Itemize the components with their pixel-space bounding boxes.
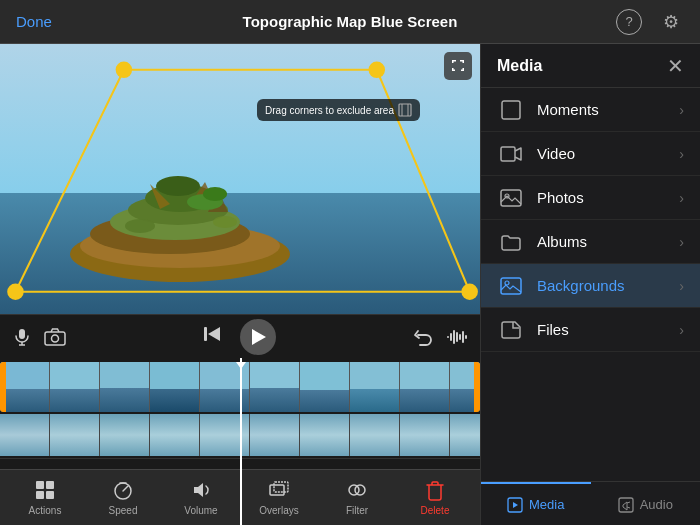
controls-left <box>12 327 66 347</box>
svg-rect-36 <box>36 481 44 489</box>
camera-icon <box>44 328 66 346</box>
media-item-albums[interactable]: Albums › <box>481 220 700 264</box>
svg-rect-49 <box>501 190 521 206</box>
help-icon[interactable]: ? <box>616 9 642 35</box>
video-icon <box>497 140 525 168</box>
svg-rect-25 <box>45 332 65 345</box>
island-visual <box>60 154 300 284</box>
media-tab-icon <box>507 497 523 513</box>
panel-title: Media <box>497 57 542 75</box>
skip-back-icon <box>202 324 224 344</box>
film-cell-9 <box>400 362 450 412</box>
svg-point-46 <box>355 485 365 495</box>
bs-cell-9 <box>400 414 450 456</box>
film-cell-5 <box>200 362 250 412</box>
settings-icon[interactable]: ⚙ <box>658 9 684 35</box>
actions-label: Actions <box>29 505 62 516</box>
film-cell-7 <box>300 362 350 412</box>
bs-cell-5 <box>200 414 250 456</box>
actions-icon <box>34 479 56 501</box>
film-cell-3 <box>100 362 150 412</box>
bs-cell-4 <box>150 414 200 456</box>
files-chevron: › <box>679 322 684 338</box>
files-label: Files <box>537 321 679 338</box>
bs-cell-1 <box>0 414 50 456</box>
done-button[interactable]: Done <box>16 13 52 30</box>
track-out-point <box>474 362 480 412</box>
main-content: Drag corners to exclude area <box>0 44 700 525</box>
expand-button[interactable] <box>444 52 472 80</box>
film-cell-4 <box>150 362 200 412</box>
film-cell-1 <box>0 362 50 412</box>
tab-media[interactable]: Media <box>481 482 591 525</box>
controls-bar <box>0 314 480 358</box>
svg-rect-22 <box>19 329 25 339</box>
audio-tab-icon <box>618 497 634 513</box>
drag-tooltip-text: Drag corners to exclude area <box>265 105 394 116</box>
filter-toolbar-item[interactable]: Filter <box>332 479 382 516</box>
media-item-files[interactable]: Files › <box>481 308 700 352</box>
svg-marker-28 <box>208 327 220 341</box>
photos-chevron: › <box>679 190 684 206</box>
overlays-toolbar-item[interactable]: Overlays <box>254 479 304 516</box>
play-button[interactable] <box>240 319 276 355</box>
mic-button[interactable] <box>12 327 32 347</box>
albums-icon <box>497 228 525 256</box>
film-cell-2 <box>50 362 100 412</box>
tab-audio-label: Audio <box>640 497 673 512</box>
top-bar-right: ? ⚙ <box>604 9 684 35</box>
expand-icon <box>450 58 466 74</box>
svg-rect-27 <box>204 327 207 341</box>
film-cell-6 <box>250 362 300 412</box>
albums-chevron: › <box>679 234 684 250</box>
video-area: Drag corners to exclude area <box>0 44 480 525</box>
albums-label: Albums <box>537 233 679 250</box>
bs-cell-8 <box>350 414 400 456</box>
camera-button[interactable] <box>44 328 66 346</box>
moments-chevron: › <box>679 102 684 118</box>
media-item-video[interactable]: Video › <box>481 132 700 176</box>
undo-button[interactable] <box>412 327 434 347</box>
bs-cell-6 <box>250 414 300 456</box>
svg-point-12 <box>125 219 155 233</box>
panel-header: Media ✕ <box>481 44 700 88</box>
photos-label: Photos <box>537 189 679 206</box>
play-icon <box>252 329 266 345</box>
media-item-moments[interactable]: Moments › <box>481 88 700 132</box>
audio-wave-button[interactable] <box>446 327 468 347</box>
overlays-icon <box>268 479 290 501</box>
panel-tabs: Media Audio <box>481 481 700 525</box>
bs-cell-7 <box>300 414 350 456</box>
speed-toolbar-item[interactable]: Speed <box>98 479 148 516</box>
skip-back-button[interactable] <box>202 324 224 349</box>
photos-icon <box>497 184 525 212</box>
panel-close-button[interactable]: ✕ <box>667 56 684 76</box>
media-item-backgrounds[interactable]: Backgrounds › <box>481 264 700 308</box>
project-title: Topographic Map Blue Screen <box>96 13 604 30</box>
delete-toolbar-item[interactable]: Delete <box>410 479 460 516</box>
svg-point-13 <box>213 216 237 228</box>
svg-rect-19 <box>399 104 411 116</box>
svg-rect-51 <box>501 278 521 294</box>
undo-icon <box>412 327 434 347</box>
top-bar: Done Topographic Map Blue Screen ? ⚙ <box>0 0 700 44</box>
media-item-photos[interactable]: Photos › <box>481 176 700 220</box>
svg-point-6 <box>156 176 200 196</box>
tab-audio[interactable]: Audio <box>591 482 701 525</box>
bs-cell-3 <box>100 414 150 456</box>
speed-icon <box>112 479 134 501</box>
playhead-triangle <box>236 362 246 369</box>
video-preview: Drag corners to exclude area <box>0 44 480 314</box>
overlays-label: Overlays <box>259 505 298 516</box>
video-label: Video <box>537 145 679 162</box>
volume-toolbar-item[interactable]: Volume <box>176 479 226 516</box>
svg-rect-48 <box>501 147 515 161</box>
svg-rect-47 <box>502 101 520 119</box>
moments-icon <box>497 96 525 124</box>
svg-point-11 <box>203 187 227 201</box>
svg-rect-39 <box>46 491 54 499</box>
actions-toolbar-item[interactable]: Actions <box>20 479 70 516</box>
right-panel: Media ✕ Moments › <box>480 44 700 525</box>
svg-marker-54 <box>513 502 518 508</box>
moments-label: Moments <box>537 101 679 118</box>
